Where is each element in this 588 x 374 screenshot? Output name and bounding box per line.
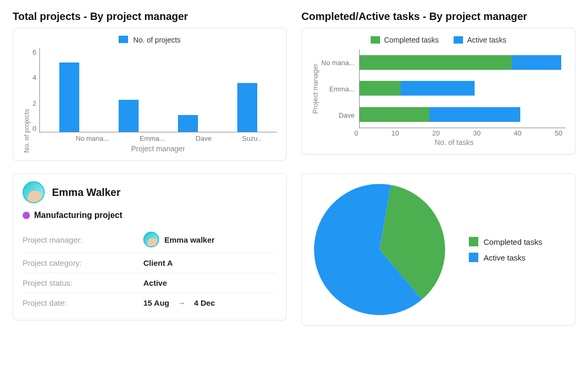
x-tick-label: 30 — [473, 129, 480, 137]
date-end: 4 Dec — [194, 298, 215, 307]
legend-swatch-blue — [119, 36, 128, 43]
detail-row-status: Project status: Active — [23, 273, 277, 293]
panel-title: Completed/Active tasks - By project mana… — [301, 11, 575, 23]
panel-total-projects: Total projects - By project manager No. … — [13, 11, 287, 161]
project-detail-card: Emma Walker Manufacturing project Projec… — [13, 173, 287, 320]
pie-legend: Completed tasks Active tasks — [469, 237, 542, 262]
x-tick-label: Suzu.. — [242, 134, 261, 142]
ytick: 0 — [33, 124, 36, 132]
x-tick-label: 50 — [555, 129, 562, 137]
detail-label: Project status: — [23, 278, 143, 287]
bar[interactable] — [59, 63, 79, 132]
legend-swatch-blue — [469, 253, 478, 262]
detail-row-manager: Project manager: Emma walker — [23, 226, 277, 253]
chart-legend: No. of projects — [23, 36, 277, 44]
y-tick-label: Dave — [339, 111, 354, 119]
detail-value: Client A — [143, 258, 173, 267]
detail-label: Project category: — [23, 258, 143, 267]
detail-value: Active — [143, 278, 167, 287]
x-axis-label: No. of tasks — [343, 138, 565, 147]
x-tick-label: 40 — [514, 129, 521, 137]
project-color-dot — [23, 212, 30, 219]
y-axis-label: No. of projects — [23, 48, 30, 153]
avatar-small[interactable] — [143, 232, 159, 247]
legend-swatch-blue — [454, 36, 463, 44]
avatar[interactable] — [23, 181, 45, 203]
panel-title: Total projects - By project manager — [13, 11, 287, 23]
legend-swatch-green — [469, 237, 478, 246]
y-tick-label: Emma... — [329, 85, 354, 93]
bar[interactable] — [178, 115, 198, 132]
panel-project-detail: Emma Walker Manufacturing project Projec… — [13, 173, 287, 326]
legend-label: Active tasks — [484, 253, 526, 262]
hbar-segment — [360, 107, 429, 122]
legend-swatch-green — [371, 36, 380, 44]
pie-chart — [311, 181, 448, 318]
legend-label: Active tasks — [467, 36, 507, 44]
hbar-row[interactable] — [360, 55, 565, 70]
detail-row-date: Project date: 15 Aug → 4 Dec — [23, 293, 277, 313]
legend-label: Completed tasks — [384, 36, 439, 44]
x-tick-label: 0 — [354, 129, 358, 137]
panel-pie: Completed tasks Active tasks — [301, 173, 575, 326]
y-axis-ticks: 6 4 2 0 — [33, 48, 39, 132]
person-name: Emma Walker — [52, 186, 120, 199]
hbar-segment — [429, 107, 520, 122]
x-tick-label: Emma... — [140, 134, 165, 142]
y-axis-ticks: No mana...Emma...Dave — [321, 49, 359, 128]
detail-label: Project manager: — [23, 235, 143, 244]
hbar-plot-area — [359, 49, 565, 128]
hbar-segment — [401, 81, 475, 96]
ytick: 6 — [33, 48, 36, 56]
hbar-row[interactable] — [360, 107, 565, 122]
detail-value: Emma walker — [164, 235, 215, 244]
bar[interactable] — [237, 83, 257, 132]
panel-completed-active: Completed/Active tasks - By project mana… — [301, 11, 575, 161]
chart-card-pie: Completed tasks Active tasks — [301, 173, 575, 326]
legend-label: No. of projects — [133, 36, 181, 44]
y-axis-label: Project manager — [311, 64, 319, 113]
legend-label: Completed tasks — [484, 237, 542, 246]
chart-card-hbar: Completed tasks Active tasks Project man… — [301, 28, 575, 154]
y-tick-label: No mana... — [321, 59, 355, 67]
date-start: 15 Aug — [143, 298, 169, 307]
hbar-segment — [360, 81, 401, 96]
project-title: Manufacturing project — [34, 211, 122, 220]
x-tick-label: 10 — [392, 129, 399, 137]
x-tick-label: 20 — [432, 129, 439, 137]
hbar-segment — [512, 55, 561, 70]
bar[interactable] — [119, 100, 139, 132]
x-axis-ticks: 01020304050 — [354, 129, 565, 137]
ytick: 2 — [33, 99, 36, 107]
detail-label: Project date: — [23, 298, 143, 307]
hbar-segment — [360, 55, 512, 70]
x-tick-label: No mana... — [76, 134, 109, 142]
bar-plot-area — [39, 48, 277, 132]
chart-card-bar: No. of projects No. of projects 6 4 2 0 … — [13, 28, 287, 161]
chart-legend: Completed tasks Active tasks — [311, 36, 565, 44]
x-tick-label: Dave — [196, 134, 212, 142]
x-axis-label: Project manager — [39, 144, 277, 153]
ytick: 4 — [33, 74, 36, 81]
detail-row-category: Project category: Client A — [23, 253, 277, 273]
arrow-right-icon: → — [177, 298, 185, 307]
hbar-row[interactable] — [360, 81, 565, 96]
